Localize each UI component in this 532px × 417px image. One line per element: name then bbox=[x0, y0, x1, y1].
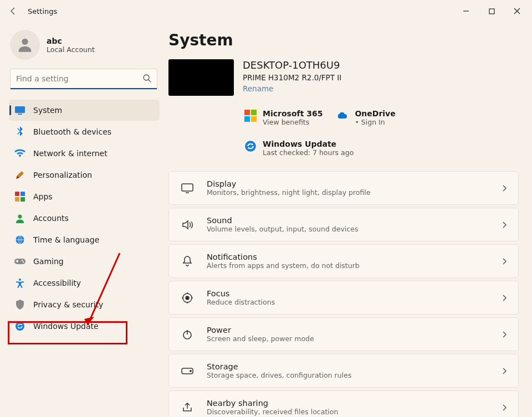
svg-point-27 bbox=[190, 370, 191, 371]
status-microsoft365[interactable]: Microsoft 365 View benefits bbox=[244, 109, 323, 126]
nav-item-update[interactable]: Windows Update bbox=[9, 316, 160, 337]
setting-desc: Volume levels, output, input, sound devi… bbox=[207, 225, 489, 233]
nav-label: Bluetooth & devices bbox=[33, 127, 111, 136]
nav-item-network[interactable]: Network & internet bbox=[9, 143, 160, 164]
monitor-icon bbox=[180, 183, 195, 194]
setting-title: Display bbox=[207, 179, 489, 188]
setting-display[interactable]: DisplayMonitors, brightness, night light… bbox=[168, 171, 519, 205]
apps-icon bbox=[14, 191, 25, 202]
setting-sound[interactable]: SoundVolume levels, output, input, sound… bbox=[168, 208, 519, 241]
nav-label: Time & language bbox=[33, 235, 99, 244]
nav-item-accounts[interactable]: Accounts bbox=[9, 208, 160, 229]
device-info: DESKTOP-1OTH6U9 PRIME H310M2 R2.0/FPT II… bbox=[168, 59, 341, 96]
nav-label: Accounts bbox=[33, 214, 69, 223]
window-controls bbox=[453, 2, 530, 20]
status-onedrive[interactable]: OneDrive •Sign In bbox=[336, 109, 395, 126]
device-thumbnail bbox=[168, 59, 234, 96]
account-icon bbox=[14, 213, 25, 224]
sidebar: abc Local Account System Bluetooth & dev… bbox=[0, 22, 166, 417]
svg-rect-5 bbox=[15, 192, 19, 196]
nav-item-gaming[interactable]: Gaming bbox=[9, 251, 160, 272]
svg-point-14 bbox=[23, 261, 24, 263]
setting-notifications[interactable]: NotificationsAlerts from apps and system… bbox=[168, 244, 519, 278]
profile-type: Local Account bbox=[47, 45, 95, 54]
nav-item-system[interactable]: System bbox=[9, 100, 160, 121]
status-windows-update[interactable]: Windows Update Last checked: 7 hours ago bbox=[244, 140, 519, 157]
setting-desc: Reduce distractions bbox=[207, 298, 489, 306]
minimize-button[interactable] bbox=[453, 2, 479, 20]
arrow-left-icon bbox=[9, 7, 18, 16]
focus-icon bbox=[180, 292, 195, 304]
nav-item-privacy[interactable]: Privacy & security bbox=[9, 294, 160, 315]
maximize-icon bbox=[489, 8, 495, 14]
svg-rect-7 bbox=[15, 197, 19, 202]
setting-desc: Alerts from apps and system, do not dist… bbox=[207, 261, 489, 270]
display-icon bbox=[14, 105, 25, 116]
setting-title: Storage bbox=[207, 362, 489, 371]
setting-power[interactable]: PowerScreen and sleep, power mode bbox=[168, 317, 519, 351]
profile-name: abc bbox=[47, 37, 95, 45]
maximize-button[interactable] bbox=[479, 2, 504, 20]
nav-item-time[interactable]: Time & language bbox=[9, 229, 160, 250]
power-icon bbox=[180, 329, 195, 340]
svg-point-21 bbox=[245, 141, 256, 152]
setting-title: Nearby sharing bbox=[207, 399, 489, 408]
svg-rect-6 bbox=[21, 192, 25, 196]
svg-rect-4 bbox=[18, 114, 22, 115]
svg-rect-3 bbox=[15, 106, 25, 113]
status-sub: Last checked: 7 hours ago bbox=[263, 148, 354, 157]
bell-icon bbox=[180, 255, 195, 267]
rename-link[interactable]: Rename bbox=[243, 84, 341, 93]
search-box[interactable] bbox=[10, 69, 157, 90]
setting-title: Power bbox=[207, 326, 489, 334]
update-icon bbox=[14, 321, 25, 332]
onedrive-icon bbox=[336, 109, 349, 122]
device-model: PRIME H310M2 R2.0/FPT II bbox=[243, 73, 341, 82]
chevron-right-icon bbox=[502, 184, 507, 192]
svg-rect-19 bbox=[244, 116, 250, 122]
status-sub: View benefits bbox=[263, 118, 323, 126]
close-button[interactable] bbox=[504, 2, 530, 20]
microsoft365-icon bbox=[244, 109, 257, 122]
settings-list: DisplayMonitors, brightness, night light… bbox=[168, 171, 519, 417]
svg-point-16 bbox=[16, 322, 24, 331]
svg-rect-22 bbox=[182, 184, 193, 191]
update-icon bbox=[244, 140, 257, 153]
nav-item-accessibility[interactable]: Accessibility bbox=[9, 272, 160, 294]
nav-item-personalization[interactable]: Personalization bbox=[9, 164, 160, 186]
setting-storage[interactable]: StorageStorage space, drives, configurat… bbox=[168, 354, 519, 388]
svg-point-15 bbox=[19, 279, 21, 281]
nav-label: System bbox=[33, 106, 62, 115]
setting-focus[interactable]: FocusReduce distractions bbox=[168, 281, 519, 315]
status-title: Microsoft 365 bbox=[263, 109, 323, 118]
search-input[interactable] bbox=[11, 69, 157, 88]
nav-label: Accessibility bbox=[33, 279, 81, 287]
status-cards: Microsoft 365 View benefits OneDrive •Si… bbox=[244, 109, 519, 157]
svg-rect-18 bbox=[251, 110, 257, 115]
share-icon bbox=[180, 402, 195, 413]
svg-point-2 bbox=[144, 75, 149, 80]
chevron-right-icon bbox=[502, 221, 507, 229]
main-panel: System DESKTOP-1OTH6U9 PRIME H310M2 R2.0… bbox=[166, 22, 532, 417]
search-icon bbox=[142, 74, 151, 83]
person-icon bbox=[16, 35, 34, 54]
close-icon bbox=[514, 8, 520, 14]
svg-point-9 bbox=[18, 215, 22, 219]
setting-desc: Monitors, brightness, night light, displ… bbox=[207, 188, 489, 197]
sound-icon bbox=[180, 219, 195, 230]
setting-desc: Discoverability, received files location bbox=[207, 408, 489, 416]
chevron-right-icon bbox=[502, 367, 507, 375]
paintbrush-icon bbox=[14, 169, 25, 181]
status-sub: •Sign In bbox=[355, 118, 395, 126]
title-bar: Settings bbox=[0, 0, 532, 22]
nav-item-apps[interactable]: Apps bbox=[9, 186, 160, 207]
globe-clock-icon bbox=[14, 234, 25, 245]
setting-nearby-sharing[interactable]: Nearby sharingDiscoverability, received … bbox=[168, 390, 519, 417]
setting-title: Notifications bbox=[207, 253, 489, 261]
profile-block[interactable]: abc Local Account bbox=[9, 27, 160, 69]
wifi-icon bbox=[14, 148, 25, 159]
nav-item-bluetooth[interactable]: Bluetooth & devices bbox=[9, 121, 160, 142]
back-button[interactable] bbox=[2, 0, 24, 22]
chevron-right-icon bbox=[502, 258, 507, 265]
nav-label: Apps bbox=[33, 192, 53, 201]
